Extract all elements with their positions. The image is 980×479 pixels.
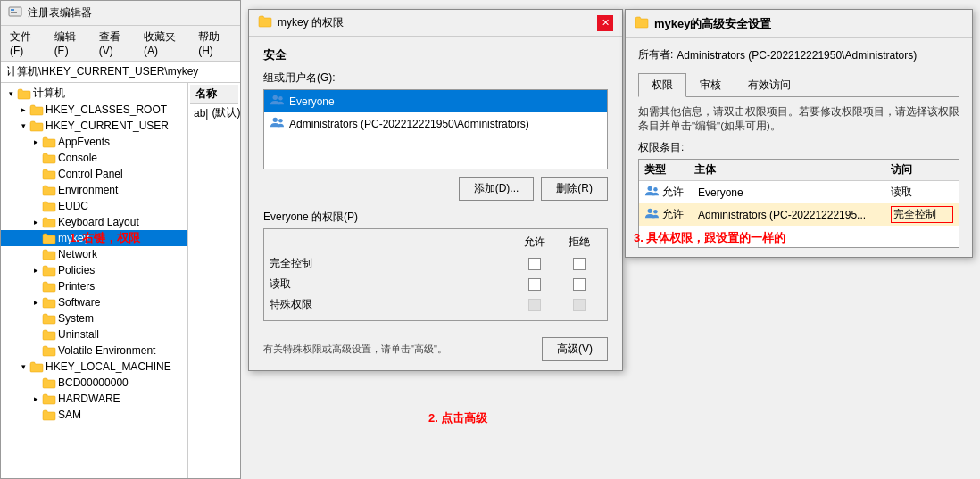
tree-item-system[interactable]: System	[1, 310, 187, 326]
user-everyone-label: Everyone	[289, 95, 335, 108]
tree-item-policies[interactable]: ▸Policies	[1, 262, 187, 278]
menu-file[interactable]: 文件(F)	[4, 28, 47, 59]
tree-item-computer[interactable]: ▾计算机	[1, 85, 187, 102]
tree-arrow-keyboard: ▸	[29, 216, 42, 228]
perm-allow-1[interactable]	[512, 278, 557, 291]
tree-item-hkcr[interactable]: ▸HKEY_CLASSES_ROOT	[1, 102, 187, 118]
default-value-label: (默认)	[212, 105, 240, 120]
checkbox-deny-0[interactable]	[573, 258, 586, 270]
tree-arrow-uninstall	[29, 328, 42, 341]
tree-item-volatile[interactable]: Volatile Environment	[1, 343, 187, 359]
tree-label-computer: 计算机	[33, 86, 65, 101]
remove-button[interactable]: 删除(R)	[541, 177, 608, 201]
user-admin-label: Administrators (PC-202212221950\Administ…	[289, 118, 529, 130]
perms-col-deny: 拒绝	[557, 235, 602, 250]
adv-access-1: 完全控制	[891, 206, 953, 223]
perm-deny-2[interactable]	[557, 299, 602, 311]
folder-icon-uninstall	[42, 327, 56, 342]
menu-view[interactable]: 查看(V)	[94, 28, 137, 59]
tree-item-console[interactable]: Console	[1, 150, 187, 166]
add-button[interactable]: 添加(D)...	[459, 177, 535, 201]
svg-rect-2	[11, 12, 17, 13]
tree-item-environment[interactable]: Environment	[1, 182, 187, 198]
registry-icon	[8, 4, 22, 21]
ab-icon: ab|	[194, 107, 208, 120]
svg-point-5	[273, 118, 278, 122]
perms-col-allow: 允许	[512, 235, 557, 250]
advanced-button[interactable]: 高级(V)	[542, 337, 608, 361]
tree-label-system: System	[58, 312, 94, 325]
checkbox-allow-2[interactable]	[528, 299, 541, 311]
tree-item-uninstall[interactable]: Uninstall	[1, 326, 187, 343]
user-everyone[interactable]: Everyone	[264, 90, 607, 112]
editor-content: ▾计算机▸HKEY_CLASSES_ROOT▾HKEY_CURRENT_USER…	[1, 83, 240, 478]
checkbox-deny-2[interactable]	[573, 299, 586, 311]
tree-label-controlpanel: Control Panel	[58, 168, 123, 180]
tree-arrow-volatile	[29, 344, 42, 357]
tree-item-network[interactable]: Network	[1, 246, 187, 262]
tree-label-keyboard: Keyboard Layout	[58, 216, 139, 228]
tree-item-printers[interactable]: Printers	[1, 278, 187, 294]
menu-help[interactable]: 帮助(H)	[193, 28, 237, 59]
menu-favorites[interactable]: 收藏夹(A)	[138, 28, 191, 59]
adv-perm-icon-0	[644, 184, 659, 201]
tree-item-software[interactable]: ▸Software	[1, 294, 187, 310]
tree-item-mykey[interactable]: mykey	[1, 230, 187, 246]
adv-perm-row-1[interactable]: 允许Administrators (PC-20221222195...完全控制	[639, 203, 959, 226]
perm-allow-2[interactable]	[512, 299, 557, 311]
tree-arrow-bcd	[29, 376, 42, 389]
address-bar[interactable]: 计算机\HKEY_CURRENT_USER\mykey	[1, 62, 240, 83]
default-value-item[interactable]: ab| (默认)	[190, 104, 238, 121]
tree-label-volatile: Volatile Environment	[58, 344, 155, 357]
col-access: 访问	[891, 162, 953, 178]
checkbox-allow-1[interactable]	[528, 278, 541, 291]
tree-item-hklm[interactable]: ▾HKEY_LOCAL_MACHINE	[1, 359, 187, 375]
tree-item-eudc[interactable]: EUDC	[1, 198, 187, 214]
adv-type-1: 允许	[662, 207, 698, 222]
close-button[interactable]: ✕	[597, 15, 613, 31]
perm-deny-1[interactable]	[557, 278, 602, 291]
permissions-dialog: mykey 的权限 ✕ 安全 组或用户名(G): Everyone	[248, 9, 623, 371]
registry-editor: 注册表编辑器 文件(F) 编辑(E) 查看(V) 收藏夹(A) 帮助(H) 计算…	[0, 0, 241, 479]
permissions-dialog-title: mykey 的权限	[278, 15, 344, 30]
checkbox-deny-1[interactable]	[573, 278, 586, 291]
tree-item-hkcu[interactable]: ▾HKEY_CURRENT_USER	[1, 118, 187, 134]
registry-editor-title: 注册表编辑器	[28, 5, 92, 21]
advanced-panel: mykey的高级安全设置 所有者: Administrators (PC-202…	[625, 9, 973, 258]
tree-label-hkcr: HKEY_CLASSES_ROOT	[46, 103, 167, 116]
tab-permissions[interactable]: 权限	[638, 73, 686, 97]
user-administrators[interactable]: Administrators (PC-202212221950\Administ…	[264, 112, 607, 135]
annotation-2: 2. 点击高级	[428, 410, 487, 426]
tab-effective-access[interactable]: 有效访问	[735, 73, 804, 97]
perm-list-header: 类型 主体 访问	[639, 160, 959, 181]
user-list: Everyone Administrators (PC-202212221950…	[263, 89, 608, 169]
tree-arrow-mykey	[29, 232, 42, 244]
tree-item-hardware[interactable]: ▸HARDWARE	[1, 391, 187, 407]
folder-icon-environment	[42, 183, 56, 197]
dialog-body: 安全 组或用户名(G): Everyone	[249, 37, 622, 332]
menu-edit[interactable]: 编辑(E)	[49, 28, 92, 59]
tree-label-network: Network	[58, 248, 97, 260]
perm-allow-0[interactable]	[512, 258, 557, 270]
folder-icon-appevents	[42, 135, 56, 149]
adv-perm-row-0[interactable]: 允许Everyone读取	[639, 181, 959, 203]
adv-perm-icon-1	[644, 206, 659, 223]
adv-type-0: 允许	[662, 185, 698, 200]
tree-arrow-hardware: ▸	[29, 392, 42, 405]
tree-item-controlpanel[interactable]: Control Panel	[1, 166, 187, 182]
tab-audit[interactable]: 审核	[686, 73, 735, 97]
tree-item-appevents[interactable]: ▸AppEvents	[1, 134, 187, 150]
tree-item-keyboard[interactable]: ▸Keyboard Layout	[1, 214, 187, 230]
folder-icon-network	[42, 247, 56, 261]
tree-arrow-appevents: ▸	[29, 136, 42, 148]
svg-point-4	[278, 96, 282, 100]
group-label: 组或用户名(G):	[263, 70, 608, 86]
folder-icon-bcd	[42, 376, 56, 390]
folder-icon-software	[42, 295, 56, 310]
tree-item-sam[interactable]: SAM	[1, 407, 187, 423]
tree-item-bcd[interactable]: BCD00000000	[1, 375, 187, 391]
checkbox-allow-0[interactable]	[528, 258, 541, 270]
perm-deny-0[interactable]	[557, 258, 602, 270]
adv-access-0: 读取	[891, 185, 953, 200]
folder-icon-hklm	[29, 359, 44, 374]
